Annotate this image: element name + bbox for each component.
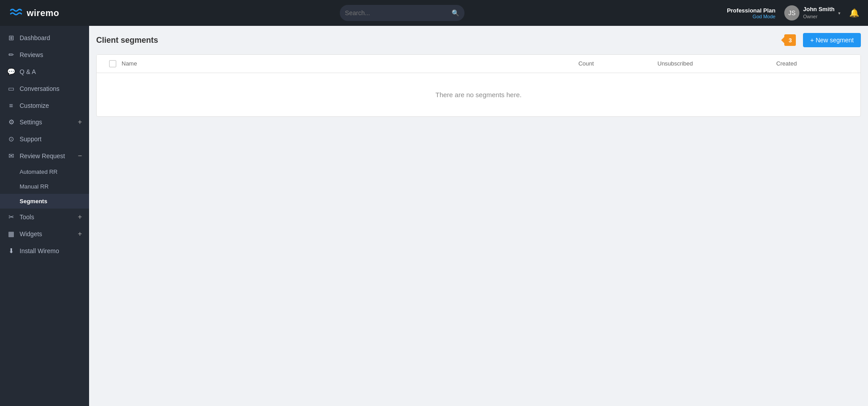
sidebar-item-label: Dashboard xyxy=(20,34,82,41)
customize-icon: ≡ xyxy=(7,102,15,109)
sidebar-item-label: Widgets xyxy=(20,230,73,238)
select-all-checkbox-cell xyxy=(104,60,122,67)
sidebar-item-label: Reviews xyxy=(20,51,82,58)
sidebar-item-label: Install Wiremo xyxy=(20,247,82,254)
sidebar-item-widgets[interactable]: ▦ Widgets + xyxy=(0,226,89,242)
sidebar-item-tools[interactable]: ✂ Tools + xyxy=(0,209,89,226)
qa-icon: 💬 xyxy=(7,68,15,76)
plan-name: Professional Plan xyxy=(727,7,775,14)
plan-info: Professional Plan God Mode xyxy=(727,7,775,19)
sidebar-item-label: Q & A xyxy=(20,68,82,75)
sidebar-item-customize[interactable]: ≡ Customize xyxy=(0,97,89,114)
sidebar-item-label: Conversations xyxy=(20,85,82,92)
sidebar-sub-item-label: Segments xyxy=(20,198,47,205)
dashboard-icon: ⊞ xyxy=(7,34,15,42)
user-role: Owner xyxy=(803,13,835,20)
sidebar-item-conversations[interactable]: ▭ Conversations xyxy=(0,80,89,97)
sidebar-item-reviews[interactable]: ✏ Reviews xyxy=(0,46,89,63)
conversations-icon: ▭ xyxy=(7,85,15,93)
sidebar-sub-item-automated-rr[interactable]: Automated RR xyxy=(0,164,89,179)
search-icon: 🔍 xyxy=(452,9,459,16)
plan-mode: God Mode xyxy=(727,14,775,19)
reviews-icon: ✏ xyxy=(7,51,15,59)
widgets-icon: ▦ xyxy=(7,230,15,238)
logo-area[interactable]: wiremo xyxy=(9,6,59,20)
install-wiremo-icon: ⬇ xyxy=(7,247,15,255)
logo-text: wiremo xyxy=(27,8,59,18)
user-name: John Smith xyxy=(803,6,835,13)
sidebar-sub-item-segments[interactable]: Segments 2 xyxy=(0,194,89,209)
search-input[interactable] xyxy=(345,9,448,16)
sidebar-item-review-request[interactable]: ✉ Review Request − 1 xyxy=(0,148,89,164)
sidebar-item-label: Customize xyxy=(20,102,82,109)
sidebar-item-label: Support xyxy=(20,135,82,143)
support-icon: ⊙ xyxy=(7,135,15,143)
select-all-checkbox[interactable] xyxy=(109,60,116,67)
settings-expand-button[interactable]: + xyxy=(78,118,82,126)
tools-expand-button[interactable]: + xyxy=(78,213,82,221)
settings-icon: ⚙ xyxy=(7,118,15,126)
wiremo-logo-icon xyxy=(9,6,23,20)
chevron-down-icon: ▾ xyxy=(838,11,840,16)
th-count: Count xyxy=(542,60,631,67)
sidebar-item-qa[interactable]: 💬 Q & A xyxy=(0,63,89,80)
user-info: John Smith Owner xyxy=(803,6,835,20)
sidebar-sub-item-label: Manual RR xyxy=(20,183,49,190)
sidebar-item-settings[interactable]: ⚙ Settings + xyxy=(0,114,89,131)
sidebar-item-support[interactable]: ⊙ Support xyxy=(0,131,89,148)
segments-table: Name Count Unsubscribed Created There ar… xyxy=(96,54,861,117)
new-segment-btn-container: 3 + New segment xyxy=(803,33,861,47)
page-header: Client segments 3 + New segment xyxy=(96,33,861,47)
topnav: wiremo 🔍 Professional Plan God Mode JS J… xyxy=(0,0,868,26)
review-request-icon: ✉ xyxy=(7,152,15,160)
th-name: Name xyxy=(122,60,542,67)
sidebar-item-label: Settings xyxy=(20,119,73,126)
th-created: Created xyxy=(720,60,853,67)
search-box: 🔍 xyxy=(340,5,465,21)
page-title: Client segments xyxy=(96,36,158,45)
sidebar-item-dashboard[interactable]: ⊞ Dashboard xyxy=(0,29,89,46)
sidebar: ⊞ Dashboard ✏ Reviews 💬 Q & A ▭ Conversa… xyxy=(0,26,89,406)
new-segment-button[interactable]: + New segment xyxy=(803,33,861,47)
th-unsubscribed: Unsubscribed xyxy=(631,60,720,67)
widgets-expand-button[interactable]: + xyxy=(78,230,82,238)
review-request-collapse-button[interactable]: − xyxy=(78,152,82,160)
avatar: JS xyxy=(784,5,799,21)
search-area: 🔍 xyxy=(77,5,727,21)
sidebar-item-install-wiremo[interactable]: ⬇ Install Wiremo xyxy=(0,242,89,259)
empty-message: There are no segments here. xyxy=(97,73,860,116)
bell-icon[interactable]: 🔔 xyxy=(849,8,859,18)
annotation-badge-3: 3 xyxy=(784,34,796,46)
table-header: Name Count Unsubscribed Created xyxy=(97,55,860,73)
main-content: Client segments 3 + New segment Name Cou… xyxy=(89,26,868,406)
nav-right: Professional Plan God Mode JS John Smith… xyxy=(727,5,859,21)
sidebar-item-label: Review Request xyxy=(20,152,73,160)
tools-icon: ✂ xyxy=(7,213,15,221)
user-area[interactable]: JS John Smith Owner ▾ xyxy=(784,5,840,21)
sidebar-sub-item-label: Automated RR xyxy=(20,168,57,175)
main-layout: ⊞ Dashboard ✏ Reviews 💬 Q & A ▭ Conversa… xyxy=(0,26,868,406)
sidebar-sub-item-manual-rr[interactable]: Manual RR xyxy=(0,179,89,194)
sidebar-item-label: Tools xyxy=(20,213,73,221)
